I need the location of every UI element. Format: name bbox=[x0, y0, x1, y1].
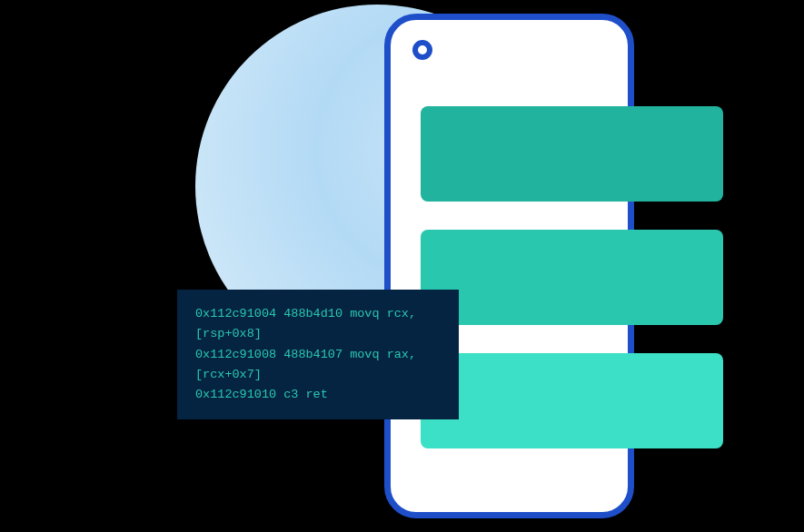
code-line: 0x112c91010 c3 ret bbox=[195, 388, 328, 401]
code-line: [rsp+0x8] bbox=[195, 327, 262, 340]
code-line: 0x112c91004 488b4d10 movq rcx, bbox=[195, 307, 416, 320]
code-line: [rcx+0x7] bbox=[195, 368, 262, 381]
content-card-3 bbox=[421, 353, 723, 448]
content-card-2 bbox=[421, 230, 723, 325]
content-card-1 bbox=[421, 106, 723, 202]
camera-icon bbox=[412, 40, 432, 60]
code-panel: 0x112c91004 488b4d10 movq rcx, [rsp+0x8]… bbox=[177, 290, 459, 419]
code-line: 0x112c91008 488b4107 movq rax, bbox=[195, 348, 416, 361]
